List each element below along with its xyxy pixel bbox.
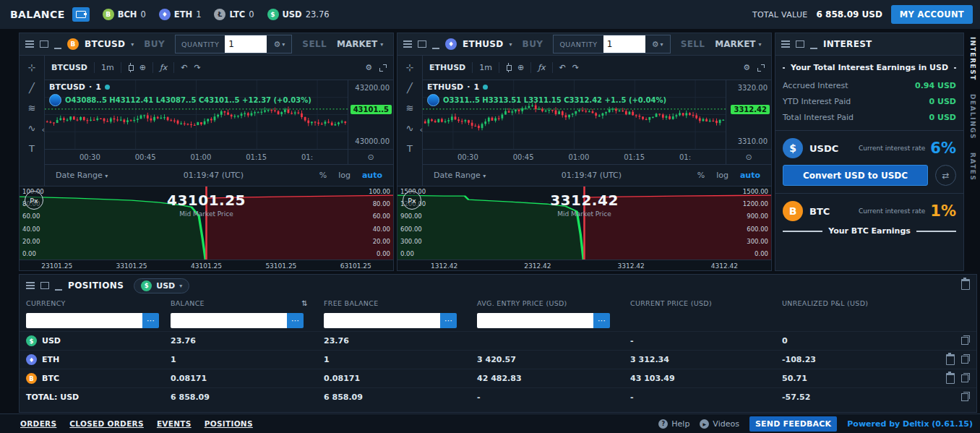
my-account-button[interactable]: MY ACCOUNT	[891, 5, 973, 24]
filter-options-button[interactable]: ⋯	[593, 313, 610, 328]
time-axis[interactable]: 00:30 00:45 01:00 01:15 01: ⊙	[45, 149, 393, 164]
currency-selector[interactable]: $ USD ▾	[134, 278, 189, 293]
position-row-eth[interactable]: ♦ETH 1 1 3 420.57 3 312.34 -108.23	[20, 350, 976, 369]
balance-filter-input[interactable]	[171, 313, 287, 328]
compare-icon[interactable]: ⊕	[139, 63, 146, 72]
percent-scale-button[interactable]: %	[694, 171, 708, 180]
filter-options-button[interactable]: ⋯	[142, 313, 159, 328]
trend-line-icon[interactable]: ╱	[407, 83, 413, 93]
minimize-icon[interactable]	[432, 48, 439, 49]
avg-entry-filter-input[interactable]	[477, 313, 593, 328]
percent-scale-button[interactable]: %	[316, 171, 330, 180]
sell-button[interactable]: SELL	[298, 38, 331, 50]
convert-usd-to-usdc-button[interactable]: Convert USD to USDC	[783, 165, 928, 186]
window-icon[interactable]	[418, 40, 426, 48]
tab-orders[interactable]: ORDERS	[20, 419, 56, 428]
date-range-selector[interactable]: Date Range ▾	[52, 171, 111, 180]
column-header[interactable]: AVG. ENTRY PRICE (USD)	[477, 299, 630, 307]
toolbar-symbol[interactable]: BTCUSD	[51, 63, 87, 72]
column-header[interactable]: BALANCE⇅	[171, 299, 324, 307]
px-toggle-button[interactable]: Px	[403, 191, 421, 210]
quantity-settings-button[interactable]: ⚙▾	[267, 35, 291, 53]
time-axis[interactable]: 00:30 00:45 01:00 01:15 01: ⊙	[423, 149, 771, 164]
indicators-icon[interactable]: ƒx	[538, 63, 545, 72]
currency-filter-input[interactable]	[26, 313, 142, 328]
indicators-icon[interactable]: ƒx	[160, 63, 167, 72]
symbol-selector[interactable]: BTCUSD	[85, 39, 125, 49]
candle-style-icon[interactable]	[506, 63, 511, 72]
swap-icon[interactable]: ⇄	[935, 165, 956, 186]
price-axis[interactable]: 3320.00 3312.42 3310.00	[726, 80, 771, 149]
tab-closed-orders[interactable]: CLOSED ORDERS	[69, 419, 144, 428]
brightness-icon[interactable]: ⊙	[726, 150, 771, 164]
wave-tool-icon[interactable]: ∿	[406, 124, 414, 133]
interval-selector[interactable]: 1m	[479, 63, 492, 72]
column-header[interactable]: CURRENCY	[26, 299, 171, 307]
crosshair-icon[interactable]: ⊹	[28, 63, 36, 72]
log-scale-button[interactable]: log	[335, 171, 354, 180]
copy-row-icon[interactable]	[961, 374, 968, 382]
column-header[interactable]: UNREALIZED P&L (USD)	[782, 299, 931, 307]
menu-icon[interactable]	[25, 43, 34, 45]
price-axis[interactable]: 43200.00 43101..5 43000.00	[348, 80, 393, 149]
column-header[interactable]: FREE BALANCE	[324, 299, 477, 307]
filter-options-button[interactable]: ⋯	[440, 313, 457, 328]
chevron-down-icon[interactable]: ▾	[131, 41, 134, 48]
copy-row-icon[interactable]	[961, 356, 968, 364]
buy-button[interactable]: BUY	[518, 38, 548, 50]
position-row-btc[interactable]: BBTC 0.08171 0.08171 42 482.83 43 103.49…	[20, 369, 976, 387]
brightness-icon[interactable]: ⊙	[348, 150, 393, 164]
text-tool-icon[interactable]: T	[407, 144, 413, 153]
copy-row-icon[interactable]	[961, 393, 968, 401]
powered-by-deltix[interactable]: Powered by Deltix (0.61.15)	[847, 419, 973, 429]
sort-icon[interactable]: ⇅	[301, 299, 308, 307]
fib-retracement-icon[interactable]: ≋	[28, 103, 36, 113]
px-toggle-button[interactable]: Px	[25, 191, 43, 210]
window-icon[interactable]	[40, 40, 48, 48]
quantity-input[interactable]	[603, 35, 645, 53]
trend-line-icon[interactable]: ╱	[29, 83, 35, 93]
depth-plot[interactable]: Px 100.0080.0060.0040.0020.000.00 100.00…	[20, 187, 393, 260]
chart-settings-icon[interactable]: ⚙	[743, 63, 750, 72]
side-tab-interest[interactable]: INTEREST	[969, 37, 976, 81]
send-feedback-button[interactable]: SEND FEEDBACK	[749, 416, 837, 432]
menu-icon[interactable]	[403, 43, 412, 45]
tab-positions[interactable]: POSITIONS	[205, 419, 253, 428]
candle-style-icon[interactable]	[128, 63, 133, 72]
ethusd-candle-chart[interactable]: ETHUSD · 1 O3311..5 H3313.51 L3311.15 C3…	[423, 80, 726, 149]
minimize-icon[interactable]	[55, 289, 62, 291]
date-range-selector[interactable]: Date Range ▾	[430, 171, 489, 180]
copy-row-icon[interactable]	[961, 337, 968, 345]
side-tab-dealings[interactable]: DEALINGS	[969, 94, 976, 140]
menu-icon[interactable]	[26, 285, 35, 286]
order-type-selector[interactable]: MARKET ▾	[715, 39, 761, 49]
minimize-icon[interactable]	[810, 48, 817, 49]
undo-icon[interactable]: ↶	[181, 63, 187, 72]
window-icon[interactable]	[40, 282, 49, 289]
text-tool-icon[interactable]: T	[29, 144, 35, 153]
log-scale-button[interactable]: log	[713, 171, 732, 180]
filter-options-button[interactable]: ⋯	[287, 313, 304, 328]
chevron-down-icon[interactable]: ▾	[510, 41, 512, 48]
symbol-selector[interactable]: ETHUSD	[463, 39, 504, 49]
undo-icon[interactable]: ↶	[559, 63, 566, 72]
free-balance-filter-input[interactable]	[324, 313, 440, 328]
tab-events[interactable]: EVENTS	[157, 419, 192, 428]
side-tab-rates[interactable]: RATES	[969, 153, 976, 181]
btcusd-candle-chart[interactable]: BTCUSD · 1 O43088..5 H43112.41 L43087..5…	[45, 80, 348, 149]
window-icon[interactable]	[796, 40, 804, 48]
compare-icon[interactable]: ⊕	[517, 63, 524, 72]
redo-icon[interactable]: ↷	[194, 63, 201, 72]
close-position-trash-icon[interactable]	[946, 354, 955, 365]
position-row-usd[interactable]: $USD 23.76 23.76 - 0	[20, 331, 976, 350]
fib-retracement-icon[interactable]: ≋	[406, 103, 414, 113]
column-header[interactable]: CURRENT PRICE (USD)	[630, 299, 782, 307]
crosshair-icon[interactable]: ⊹	[406, 63, 414, 72]
auto-scale-button[interactable]: auto	[358, 171, 386, 180]
wave-tool-icon[interactable]: ∿	[28, 124, 36, 133]
buy-button[interactable]: BUY	[139, 38, 169, 50]
interval-selector[interactable]: 1m	[101, 63, 114, 72]
clear-panel-trash-icon[interactable]	[961, 279, 970, 290]
quantity-input[interactable]	[225, 35, 267, 53]
videos-link[interactable]: ▶Videos	[700, 419, 739, 429]
